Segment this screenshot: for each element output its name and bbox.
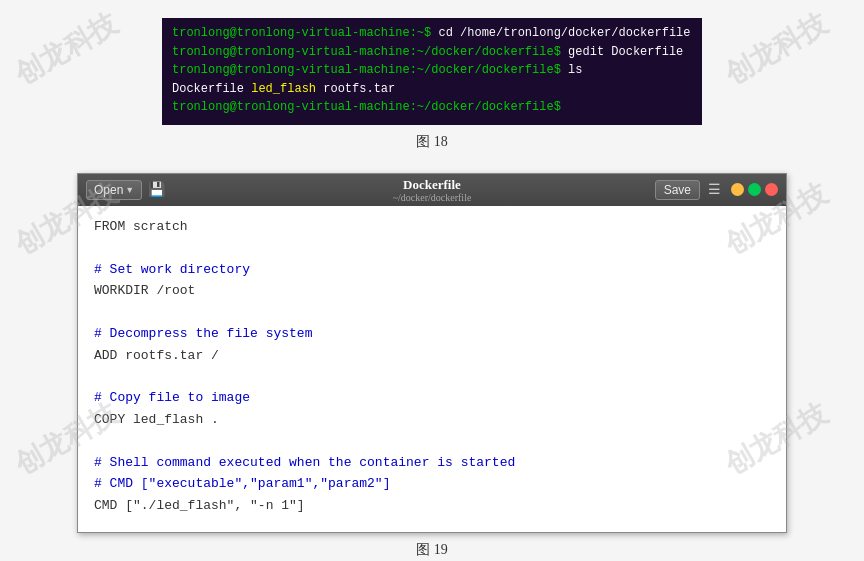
maximize-button[interactable] xyxy=(748,183,761,196)
code-line-blank-2 xyxy=(94,302,770,323)
gedit-save-button[interactable]: Save xyxy=(655,180,700,200)
code-line-2: WORKDIR /root xyxy=(94,280,770,301)
minimize-button[interactable] xyxy=(731,183,744,196)
code-line-5: CMD ["./led_flash", "-n 1"] xyxy=(94,495,770,516)
terminal-prompt-2: tronlong@tronlong-virtual-machine:~/dock… xyxy=(172,45,561,59)
gedit-file-icon: 💾 xyxy=(148,181,165,198)
gedit-filepath: ~/docker/dockerfile xyxy=(393,192,472,203)
terminal-prompt-1: tronlong@tronlong-virtual-machine:~$ xyxy=(172,26,431,40)
open-label: Open xyxy=(94,183,123,197)
gedit-window: Open ▼ 💾 Dockerfile ~/docker/dockerfile … xyxy=(77,173,787,533)
code-line-4: COPY led_flash . xyxy=(94,409,770,430)
terminal-highlight-led: led_flash xyxy=(251,82,316,96)
terminal-cmd-2: gedit Dockerfile xyxy=(561,45,683,59)
terminal-cmd-3: ls xyxy=(561,63,583,77)
code-line-comment-1: # Set work directory xyxy=(94,259,770,280)
code-line-blank-1 xyxy=(94,237,770,258)
code-line-blank-3 xyxy=(94,366,770,387)
close-button[interactable] xyxy=(765,183,778,196)
code-line-comment-4: # Shell command executed when the contai… xyxy=(94,452,770,473)
page-container: 创龙科技 创龙科技 创龙科技 创龙科技 创龙科技 创龙科技 tronlong@t… xyxy=(0,0,864,561)
gedit-open-button[interactable]: Open ▼ xyxy=(86,180,142,200)
code-line-blank-4 xyxy=(94,430,770,451)
terminal-prompt-4: tronlong@tronlong-virtual-machine:~/dock… xyxy=(172,100,561,114)
terminal-box: tronlong@tronlong-virtual-machine:~$ cd … xyxy=(162,18,702,125)
code-line-1: FROM scratch xyxy=(94,216,770,237)
gedit-titlebar-left: Open ▼ 💾 xyxy=(86,180,165,200)
gedit-window-controls xyxy=(731,183,778,196)
gedit-titlebar-right: Save ☰ xyxy=(655,180,778,200)
terminal-section: tronlong@tronlong-virtual-machine:~$ cd … xyxy=(0,18,864,151)
gedit-title-center: Dockerfile ~/docker/dockerfile xyxy=(393,177,472,204)
gedit-content: FROM scratch # Set work directory WORKDI… xyxy=(78,206,786,532)
gedit-filename: Dockerfile xyxy=(393,177,472,193)
figure-label-18: 图 18 xyxy=(416,133,448,151)
terminal-prompt-3: tronlong@tronlong-virtual-machine:~/dock… xyxy=(172,63,561,77)
code-line-3: ADD rootfs.tar / xyxy=(94,345,770,366)
code-line-comment-3: # Copy file to image xyxy=(94,387,770,408)
open-arrow-icon: ▼ xyxy=(125,185,134,195)
terminal-cmd-1: cd /home/tronlong/docker/dockerfile xyxy=(431,26,690,40)
code-line-comment-2: # Decompress the file system xyxy=(94,323,770,344)
figure-label-19: 图 19 xyxy=(416,541,448,559)
gedit-titlebar: Open ▼ 💾 Dockerfile ~/docker/dockerfile … xyxy=(78,174,786,206)
gedit-section: Open ▼ 💾 Dockerfile ~/docker/dockerfile … xyxy=(0,173,864,559)
gedit-menu-icon[interactable]: ☰ xyxy=(708,181,721,198)
code-line-comment-5: # CMD ["executable","param1","param2"] xyxy=(94,473,770,494)
terminal-output-1: Dockerfile led_flash rootfs.tar xyxy=(172,82,395,96)
